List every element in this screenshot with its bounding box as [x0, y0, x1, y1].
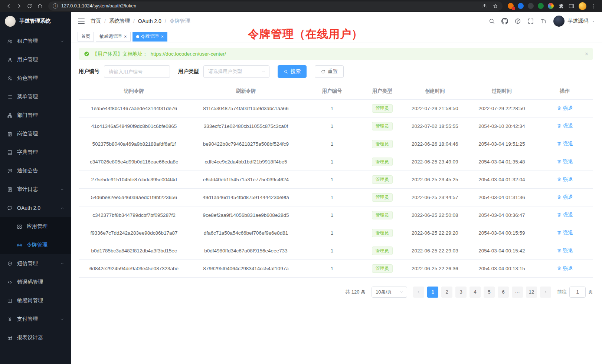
user-type-select[interactable]: 请选择用户类型 — [203, 65, 269, 78]
force-logout-button[interactable]: 强退 — [557, 123, 573, 129]
back-icon[interactable] — [4, 1, 13, 11]
users-icon — [7, 39, 13, 44]
sidebar-item-sensitive-word[interactable]: 敏感词管理 — [0, 291, 71, 310]
table-header-row: 访问令牌刷新令牌用户编号用户类型创建时间过期时间操作 — [79, 83, 593, 99]
page-button[interactable]: 4 — [470, 287, 481, 298]
create-time-cell: 2022-06-25 22:50:08 — [403, 206, 467, 224]
force-logout-button[interactable]: 强退 — [557, 140, 573, 147]
browser-profile-avatar[interactable] — [579, 2, 586, 10]
address-bar[interactable]: 127.0.0.1:1024/system/oauth2/token — [48, 1, 503, 11]
user-id-input[interactable] — [104, 65, 170, 78]
side-panel-icon[interactable] — [568, 3, 575, 9]
create-time-cell: 2022-06-25 22:29:03 — [403, 242, 467, 259]
force-logout-button[interactable]: 强退 — [557, 158, 573, 165]
doc-alert: 【用户体系】文档地址： https://doc.iocoder.cn/user-… — [79, 48, 593, 60]
page-button[interactable]: 12 — [526, 287, 537, 298]
hamburger-icon[interactable] — [78, 19, 85, 24]
force-logout-button[interactable]: 强退 — [557, 229, 573, 236]
breadcrumb-item[interactable]: OAuth 2.0 — [138, 18, 161, 24]
info-icon[interactable] — [53, 3, 58, 9]
extension-icon[interactable] — [548, 3, 554, 9]
user-id-cell: 1 — [302, 171, 361, 188]
extension-icon[interactable] — [538, 3, 544, 9]
goto-page-input[interactable] — [569, 287, 586, 298]
user-type-cell: 管理员 — [361, 135, 403, 153]
next-page-button[interactable] — [540, 287, 551, 298]
fullscreen-icon[interactable] — [527, 18, 534, 24]
tree-icon — [7, 113, 13, 118]
sidebar-item-menu[interactable]: 菜单管理 — [0, 87, 71, 106]
sidebar-item-error-code[interactable]: 错误码管理 — [0, 273, 71, 291]
sidebar-item-label: 通知公告 — [17, 168, 64, 174]
user-type-cell: 管理员 — [361, 117, 403, 135]
sidebar-item-pay[interactable]: 支付管理 — [0, 310, 71, 328]
sidebar-item-dept[interactable]: 部门管理 — [0, 106, 71, 125]
force-logout-button[interactable]: 强退 — [557, 212, 573, 218]
doc-link[interactable]: https://doc.iocoder.cn/user-center/ — [151, 51, 226, 57]
action-cell: 强退 — [537, 117, 593, 135]
force-logout-button[interactable]: 强退 — [557, 265, 573, 272]
page-size-select[interactable]: 10条/页 — [372, 287, 407, 298]
sidebar-item-label: 短信管理 — [17, 260, 56, 267]
question-icon[interactable] — [514, 18, 521, 24]
share-icon[interactable] — [482, 3, 487, 9]
page-button[interactable]: 3 — [455, 287, 467, 298]
search-icon[interactable] — [488, 18, 495, 24]
sidebar-item-tenant[interactable]: 租户管理 — [0, 32, 71, 50]
close-icon[interactable]: × — [124, 34, 127, 39]
breadcrumb-item[interactable]: 系统管理 — [109, 18, 130, 24]
sidebar-item-sms[interactable]: 短信管理 — [0, 254, 71, 273]
font-size-icon[interactable] — [540, 18, 547, 24]
trash-icon — [557, 266, 562, 271]
extension-icon[interactable] — [508, 3, 514, 9]
user-menu[interactable]: 芋道源码 — [553, 16, 595, 27]
page-button[interactable]: 6 — [498, 287, 509, 298]
star-icon[interactable] — [493, 3, 498, 9]
refresh-token-cell: dfa6c71a50a54c66bef706ef9e6e8d81 — [189, 224, 302, 242]
chevron-down-icon — [60, 262, 64, 266]
github-icon[interactable] — [501, 18, 508, 24]
tab-oauth2-token[interactable]: 令牌管理× — [132, 32, 168, 42]
user-type-filter: 用户类型 请选择用户类型 — [178, 65, 269, 78]
sidebar-item-report-designer[interactable]: 报表设计器 — [0, 328, 71, 347]
extension-icon[interactable] — [518, 3, 524, 9]
breadcrumb-item[interactable]: 首页 — [91, 18, 101, 24]
close-icon[interactable]: × — [585, 51, 588, 57]
search-button[interactable]: 搜索 — [278, 65, 307, 78]
prev-page-button[interactable] — [413, 287, 424, 298]
page-button[interactable]: 1 — [427, 287, 438, 298]
force-logout-button[interactable]: 强退 — [557, 247, 573, 254]
check-circle-icon — [84, 51, 89, 57]
table-row: 275e5de9151045fe87cbdc395e004f4de6cfd40e… — [79, 171, 593, 188]
force-logout-button[interactable]: 强退 — [557, 176, 573, 183]
tab-home[interactable]: 首页 — [78, 32, 94, 42]
force-logout-button[interactable]: 强退 — [557, 194, 573, 201]
create-time-cell: 2022-06-25 22:29:20 — [403, 224, 467, 242]
sidebar-item-user[interactable]: 用户管理 — [0, 50, 71, 69]
page-button[interactable]: 5 — [484, 287, 495, 298]
sidebar-item-notice[interactable]: 通知公告 — [0, 162, 71, 180]
tab-sensitive-word[interactable]: 敏感词管理× — [96, 32, 131, 42]
reset-button[interactable]: 重置 — [315, 65, 344, 78]
sidebar-item-oauth2[interactable]: OAuth 2.0 — [0, 199, 71, 217]
extension-icon[interactable] — [528, 3, 534, 9]
sidebar-item-post[interactable]: 岗位管理 — [0, 125, 71, 143]
sidebar-item-dict[interactable]: 字典管理 — [0, 143, 71, 162]
chevron-down-icon — [261, 69, 266, 74]
oauth-icon — [7, 205, 13, 211]
sidebar-item-oauth2-app[interactable]: 应用管理 — [0, 217, 71, 236]
close-icon[interactable]: × — [161, 34, 164, 39]
annotation-text: 令牌管理（在线用户） — [248, 27, 363, 42]
sidebar-item-role[interactable]: 角色管理 — [0, 69, 71, 87]
extensions-puzzle-icon[interactable] — [558, 3, 564, 9]
app-logo[interactable]: 芋道管理系统 — [0, 12, 71, 30]
force-logout-button[interactable]: 强退 — [557, 105, 573, 112]
home-icon[interactable] — [35, 1, 45, 11]
sidebar-item-audit-log[interactable]: 审计日志 — [0, 180, 71, 199]
browser-menu-icon[interactable] — [590, 3, 597, 9]
page-more-button[interactable]: ··· — [512, 287, 523, 298]
reload-icon[interactable] — [24, 1, 34, 11]
sidebar-item-oauth2-token[interactable]: 令牌管理 — [0, 236, 71, 254]
page-button[interactable]: 2 — [441, 287, 452, 298]
forward-icon[interactable] — [14, 1, 24, 11]
